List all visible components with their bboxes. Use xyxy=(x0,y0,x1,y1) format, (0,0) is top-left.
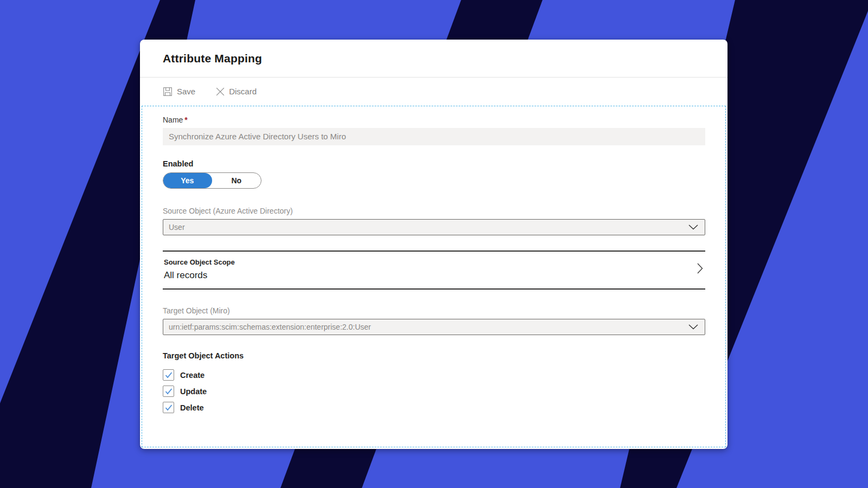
source-scope-texts: Source Object Scope All records xyxy=(164,258,235,281)
toggle-option-no[interactable]: No xyxy=(212,173,261,188)
enabled-section: Enabled Yes No xyxy=(163,159,705,189)
enabled-label: Enabled xyxy=(163,159,705,168)
save-button-label: Save xyxy=(177,87,195,96)
target-object-label: Target Object (Miro) xyxy=(163,306,705,315)
source-scope-label: Source Object Scope xyxy=(164,258,235,266)
discard-button[interactable]: Discard xyxy=(216,87,257,96)
checkbox-row-update: Update xyxy=(163,386,705,397)
source-object-label: Source Object (Azure Active Directory) xyxy=(163,207,705,215)
chevron-down-icon xyxy=(688,322,698,332)
save-icon xyxy=(163,87,173,97)
target-object-value: urn:ietf:params:scim:schemas:extension:e… xyxy=(169,323,371,331)
checkbox-row-create: Create xyxy=(163,369,705,381)
close-icon xyxy=(216,87,225,96)
create-checkbox[interactable] xyxy=(163,369,174,381)
checkbox-row-delete: Delete xyxy=(163,402,705,413)
dialog-header: Attribute Mapping xyxy=(140,40,727,78)
name-input[interactable]: Synchronize Azure Active Directory Users… xyxy=(163,128,705,145)
name-field-label: Name* xyxy=(163,115,705,124)
target-actions-label: Target Object Actions xyxy=(163,351,705,360)
target-object-section: Target Object (Miro) urn:ietf:params:sci… xyxy=(163,306,705,335)
source-object-value: User xyxy=(169,223,185,232)
target-actions-checklist: Create Update Dele xyxy=(163,369,705,413)
source-scope-row[interactable]: Source Object Scope All records xyxy=(163,252,705,288)
chevron-right-icon xyxy=(697,263,703,276)
create-checkbox-label: Create xyxy=(180,371,205,380)
command-bar: Save Discard xyxy=(140,78,727,105)
required-asterisk: * xyxy=(184,115,187,124)
discard-button-label: Discard xyxy=(229,87,257,96)
target-object-dropdown[interactable]: urn:ietf:params:scim:schemas:extension:e… xyxy=(163,319,705,335)
chevron-down-icon xyxy=(688,222,698,232)
page-title: Attribute Mapping xyxy=(163,52,262,65)
source-object-section: Source Object (Azure Active Directory) U… xyxy=(163,207,705,235)
source-object-dropdown[interactable]: User xyxy=(163,219,705,235)
enabled-toggle[interactable]: Yes No xyxy=(163,172,261,189)
form-content-region: Name* Synchronize Azure Active Directory… xyxy=(142,106,726,447)
update-checkbox[interactable] xyxy=(163,386,174,397)
target-actions-section: Target Object Actions Create xyxy=(163,351,705,413)
toggle-option-yes[interactable]: Yes xyxy=(163,173,212,188)
save-button[interactable]: Save xyxy=(163,87,195,97)
name-label-text: Name xyxy=(163,115,183,124)
delete-checkbox[interactable] xyxy=(163,402,174,413)
attribute-mapping-dialog: Attribute Mapping Save Discard Nam xyxy=(140,40,727,449)
scope-divider-bottom xyxy=(163,288,705,290)
delete-checkbox-label: Delete xyxy=(180,403,204,412)
source-scope-value: All records xyxy=(164,270,235,281)
update-checkbox-label: Update xyxy=(180,387,207,396)
